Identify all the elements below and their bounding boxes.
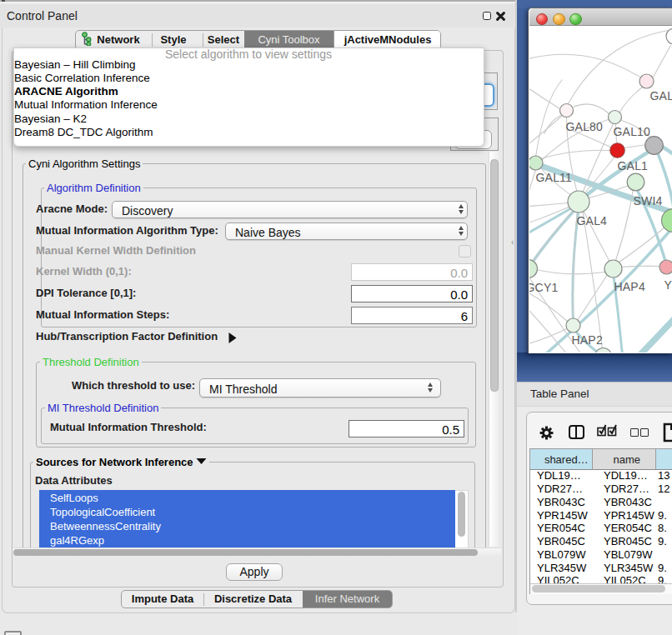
svg-text:GAL1: GAL1 xyxy=(617,158,648,172)
svg-text:GAL4: GAL4 xyxy=(576,213,607,227)
svg-text:SWI4: SWI4 xyxy=(633,194,662,208)
svg-text:GAL80: GAL80 xyxy=(565,119,603,132)
svg-text:GAL11: GAL11 xyxy=(535,171,572,184)
svg-text:GAL: GAL xyxy=(649,88,672,102)
svg-text:HAP2: HAP2 xyxy=(571,332,602,346)
svg-text:GAL10: GAL10 xyxy=(613,124,650,138)
svg-text:HAP4: HAP4 xyxy=(614,279,644,292)
svg-text:GCY1: GCY1 xyxy=(529,280,558,293)
svg-text:Y: Y xyxy=(664,278,672,291)
